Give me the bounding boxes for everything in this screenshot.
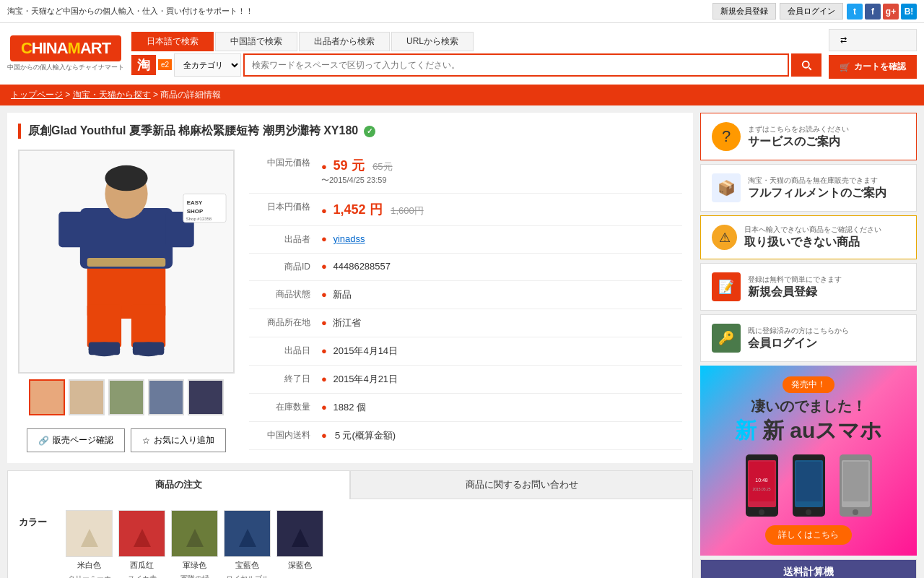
register-button[interactable]: 新規会員登録: [712, 3, 776, 20]
service-card[interactable]: ? まずはこちらをお読みください サービスのご案内: [700, 113, 917, 160]
svg-point-36: [853, 509, 858, 515]
visit-page-button[interactable]: 🔗 販売ページ確認: [27, 428, 125, 452]
color-name-red: 西瓜红: [118, 560, 165, 571]
thumbnail-row: [29, 379, 224, 415]
color-option-olive[interactable]: 軍绿色 軍隊の緑: [171, 510, 218, 578]
search-area: 日本語で検索 中国語で検索 出品者から検索 URLから検索 淘 e2 全カテゴリ: [131, 32, 821, 77]
phone-2: [789, 453, 829, 518]
seller-link[interactable]: yinadss: [333, 233, 365, 244]
site-logo: CHINAMART: [10, 35, 121, 61]
cart-icon: 🛒: [840, 62, 850, 72]
sidebar-register-card[interactable]: 📝 登録は無料で簡単にできます 新規会員登録: [700, 263, 917, 311]
verified-icon: ✓: [364, 126, 375, 137]
tab-order[interactable]: 商品の注文: [7, 470, 350, 499]
thumbnail-5[interactable]: [188, 379, 224, 415]
tab-chinese-search[interactable]: 中国語で検索: [215, 32, 297, 51]
svg-point-8: [105, 165, 147, 191]
breadcrumb-taobao[interactable]: 淘宝・天猫から探す: [73, 90, 151, 100]
sidebar-login-card[interactable]: 🔑 既に登録済みの方はこちらから 会員ログイン: [700, 314, 917, 362]
product-image-svg: EASY SHOP Shop #12358: [19, 150, 233, 374]
color-option-navy[interactable]: 宝藍色 ロイヤルブルー: [224, 510, 271, 578]
color-option-dark[interactable]: 深藍色: [276, 510, 323, 578]
breadcrumb-current: 商品の詳細情報: [160, 90, 221, 100]
svg-text:2015.03.25: 2015.03.25: [752, 487, 770, 491]
ali-logo: e2: [158, 59, 172, 70]
warning-title: 取り扱いできない商品: [744, 235, 905, 250]
product-images: EASY SHOP Shop #12358 �: [18, 150, 235, 452]
detail-row-list-date: 出品日 ● 2015年4月14日: [249, 337, 682, 366]
label-location: 商品所在地: [249, 316, 321, 329]
header-right: ⇄ 🛒 カートを確認: [829, 29, 917, 79]
search-button[interactable]: [791, 53, 821, 77]
color-swatch-red: [118, 510, 165, 557]
svg-rect-31: [796, 462, 821, 501]
search-icon: [800, 59, 813, 72]
color-sub-olive: 軍隊の緑: [171, 574, 218, 578]
svg-text:SHOP: SHOP: [187, 208, 203, 215]
detail-row-shipping: 中国内送料 ● ５元(概算金額): [249, 422, 682, 450]
tab-url-search[interactable]: URLから検索: [391, 32, 474, 51]
cart-button[interactable]: 🛒 カートを確認: [829, 55, 917, 79]
search-input[interactable]: [243, 53, 789, 77]
fulfillment-title: フルフィルメントのご案内: [748, 186, 905, 201]
twitter-icon[interactable]: t: [847, 4, 863, 20]
login-button[interactable]: 会員ログイン: [780, 3, 843, 20]
color-option-red[interactable]: 西瓜红 スイカ赤: [118, 510, 165, 578]
color-swatch-dark: [276, 510, 323, 557]
svg-rect-3: [131, 304, 165, 347]
svg-text:10:48: 10:48: [755, 478, 768, 483]
jpy-original: 1,600円: [391, 205, 424, 216]
product-section: 原創Glad Youthful 夏季新品 棉麻松緊腰短袴 潮男沙灘袴 XY180…: [7, 113, 693, 463]
color-option-white[interactable]: 米白色 クリーミーホワイト: [66, 510, 113, 578]
main-content: 原創Glad Youthful 夏季新品 棉麻松緊腰短袴 潮男沙灘袴 XY180…: [0, 105, 924, 578]
service-icon: ?: [712, 122, 741, 151]
value-stock: ● 1882 個: [321, 401, 682, 414]
label-shipping: 中国内送料: [249, 429, 321, 441]
detail-row-id: 商品ID ● 44486288557: [249, 254, 682, 281]
thumbnail-4[interactable]: [148, 379, 184, 415]
left-panel: 原創Glad Youthful 夏季新品 棉麻松緊腰短袴 潮男沙灘袴 XY180…: [7, 113, 693, 578]
svg-rect-12: [133, 342, 164, 355]
au-details-button[interactable]: 詳しくはこちら: [765, 525, 852, 545]
facebook-icon[interactable]: f: [865, 4, 881, 20]
tab-seller-search[interactable]: 出品者から検索: [299, 32, 390, 51]
label-seller: 出品者: [249, 233, 321, 246]
color-name-olive: 軍绿色: [171, 560, 218, 571]
thumbnail-1[interactable]: [29, 379, 65, 415]
detail-row-location: 商品所在地 ● 浙江省: [249, 309, 682, 337]
google-plus-icon[interactable]: g+: [883, 4, 899, 20]
order-tabs: 商品の注文 商品に関するお問い合わせ: [7, 470, 693, 499]
star-icon: ☆: [142, 436, 150, 446]
color-sub-navy: ロイヤルブルー: [224, 574, 271, 578]
thumbnail-3[interactable]: [108, 379, 144, 415]
breadcrumb-home[interactable]: トップページ: [11, 90, 63, 100]
login-text: 既に登録済みの方はこちらから 会員ログイン: [748, 326, 905, 351]
label-cny: 中国元価格: [249, 157, 321, 169]
register-text: 登録は無料で簡単にできます 新規会員登録: [748, 275, 905, 300]
fulfillment-card[interactable]: 📦 淘宝・天猫の商品を無在庫販売できます フルフィルメントのご案内: [700, 164, 917, 212]
color-swatch-navy: [224, 510, 271, 557]
breadcrumb: トップページ > 淘宝・天猫から探す > 商品の詳細情報: [0, 85, 924, 105]
thumbnail-2[interactable]: [69, 379, 105, 415]
login-title: 会員ログイン: [748, 336, 905, 351]
svg-rect-10: [89, 342, 120, 355]
price-date: 〜2015/4/25 23:59: [321, 176, 387, 184]
login-icon: 🔑: [712, 324, 741, 353]
add-favorite-button[interactable]: ☆ お気に入り追加: [131, 428, 226, 452]
order-section: 商品の注文 商品に関するお問い合わせ カラー 米白色 クリーミーホワイト: [7, 470, 693, 578]
tab-japanese-search[interactable]: 日本語で検索: [131, 32, 214, 51]
warning-card[interactable]: ⚠ 日本へ輸入できない商品をご確認ください 取り扱いできない商品: [700, 215, 917, 259]
tab-inquiry[interactable]: 商品に関するお問い合わせ: [350, 470, 693, 499]
svg-text:Shop #12358: Shop #12358: [186, 217, 212, 221]
detail-row-condition: 商品状態 ● 新品: [249, 281, 682, 309]
color-name-dark: 深藍色: [276, 560, 323, 571]
label-stock: 在庫数量: [249, 401, 321, 413]
color-swatch-white: [66, 510, 113, 557]
logo-subtitle: 中国からの個人輸入ならチャイナマート: [7, 63, 124, 72]
hatena-icon[interactable]: B!: [901, 4, 917, 20]
compare-button[interactable]: ⇄: [829, 29, 917, 51]
color-sub-red: スイカ赤: [118, 574, 165, 578]
category-select[interactable]: 全カテゴリ: [174, 53, 241, 77]
label-list-date: 出品日: [249, 345, 321, 357]
service-small: まずはこちらをお読みください: [748, 124, 905, 134]
